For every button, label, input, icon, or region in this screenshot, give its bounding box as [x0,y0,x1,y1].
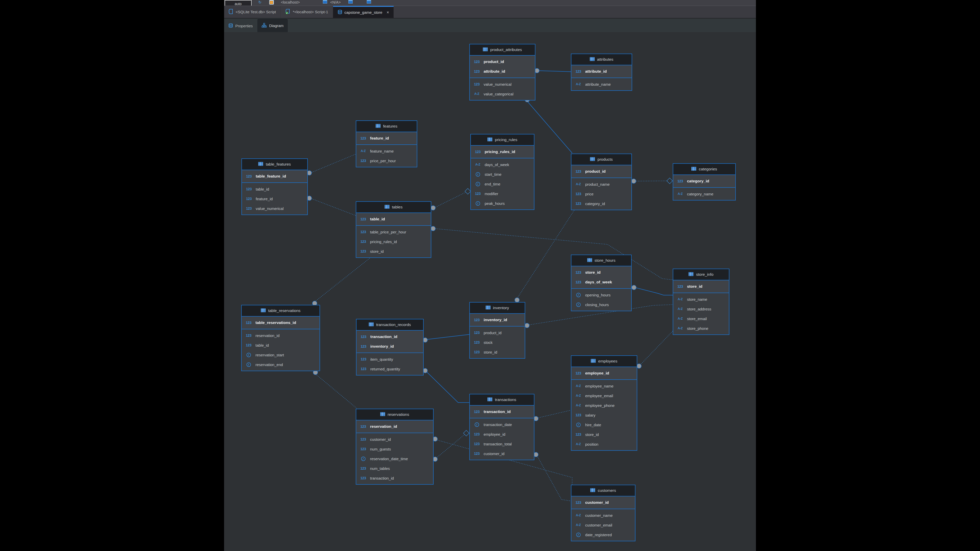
column-row-date_registered[interactable]: date_registered [571,530,635,540]
column-row-category_name[interactable]: A-Zcategory_name [673,189,735,199]
pk-column-row-table_reservations_id[interactable]: 123table_reservations_id [242,318,320,327]
column-row-num_tables[interactable]: 123num_tables [356,464,433,473]
pk-column-row-table_feature_id[interactable]: 123table_feature_id [242,171,307,181]
column-row-store_id[interactable]: 123store_id [470,347,525,357]
column-row-transaction_total[interactable]: 123transaction_total [470,439,534,449]
column-row-store_id[interactable]: 123store_id [356,246,431,256]
tab-diagram[interactable]: Diagram [257,18,288,33]
column-row-days_of_week[interactable]: A-Zdays_of_week [471,160,534,169]
entity-inventory[interactable]: inventory123inventory_id123product_id123… [469,302,525,359]
column-row-product_id[interactable]: 123product_id [470,328,525,338]
column-row-employee_phone[interactable]: A-Zemployee_phone [571,400,637,410]
column-row-feature_name[interactable]: A-Zfeature_name [356,146,417,156]
entity-header[interactable]: categories [673,164,735,175]
editor-tab-capstone-game-store[interactable]: capstone_game_store× [333,6,394,18]
editor-tab--localhost-script-1[interactable]: *<localhost> Script-1 [281,6,333,18]
entity-header[interactable]: product_attributes [470,44,535,56]
column-row-returned_quantity[interactable]: 123returned_quantity [356,364,423,374]
database-label[interactable]: <N/A> [330,0,341,4]
grid-icon[interactable] [348,0,353,3]
entity-header[interactable]: tables [356,202,431,213]
pk-column-row-feature_id[interactable]: 123feature_id [356,133,417,143]
entity-header[interactable]: customers [571,485,635,496]
pk-column-row-store_id[interactable]: 123store_id [673,282,729,291]
entity-header[interactable]: reservations [356,409,433,421]
pk-column-row-store_id[interactable]: 123store_id [571,268,631,277]
column-row-stock[interactable]: 123stock [470,338,525,347]
entity-pricing_rules[interactable]: pricing_rules123pricing_rules_idA-Zdays_… [470,134,535,210]
column-row-peak_hours[interactable]: peak_hours [471,198,534,208]
column-row-employee_email[interactable]: A-Zemployee_email [571,391,637,400]
column-row-attribute_name[interactable]: A-Zattribute_name [571,79,632,89]
editor-tab--sqlite-test-db-script[interactable]: <SQLite Test.db> Script [224,6,281,18]
column-row-customer_email[interactable]: A-Zcustomer_email [571,520,635,530]
entity-features[interactable]: features123feature_idA-Zfeature_name123p… [356,121,417,167]
grid-icon-2[interactable] [367,0,371,3]
column-row-price_per_hour[interactable]: 123price_per_hour [356,156,417,165]
column-row-transaction_date[interactable]: transaction_date [470,420,534,429]
column-row-pricing_rules_id[interactable]: 123pricing_rules_id [356,237,431,246]
database-icon[interactable] [323,0,327,3]
column-row-store_address[interactable]: A-Zstore_address [673,304,729,314]
column-row-reservation_id[interactable]: 123reservation_id [242,330,320,340]
pk-column-row-days_of_week[interactable]: 123days_of_week [571,277,631,287]
entity-attributes[interactable]: attributes123attribute_idA-Zattribute_na… [571,54,632,91]
close-icon[interactable]: × [387,10,389,15]
pk-column-row-employee_id[interactable]: 123employee_id [571,368,637,378]
column-row-reservation_end[interactable]: reservation_end [242,360,320,369]
entity-products[interactable]: products123product_idA-Zproduct_name123p… [571,154,632,210]
column-row-salary[interactable]: 123salary [571,410,637,420]
column-row-reservation_date_time[interactable]: reservation_date_time [356,454,433,464]
column-row-table_id[interactable]: 123table_id [242,184,307,194]
entity-employees[interactable]: employees123employee_idA-Zemployee_nameA… [571,355,637,451]
entity-table_features[interactable]: table_features123table_feature_id123tabl… [242,159,308,215]
pk-column-row-inventory_id[interactable]: 123inventory_id [470,315,525,325]
column-row-reservation_start[interactable]: reservation_start [242,350,320,360]
column-row-customer_id[interactable]: 123customer_id [356,434,433,444]
column-row-store_email[interactable]: A-Zstore_email [673,314,729,324]
auto-commit-select[interactable]: auto [224,0,251,6]
column-row-employee_name[interactable]: A-Zemployee_name [571,381,637,391]
entity-categories[interactable]: categories123category_idA-Zcategory_name [673,163,736,200]
column-row-item_quantity[interactable]: 123item_quantity [356,354,423,364]
pk-column-row-product_id[interactable]: 123product_id [470,57,535,67]
pk-column-row-pricing_rules_id[interactable]: 123pricing_rules_id [471,147,534,157]
column-row-store_phone[interactable]: A-Zstore_phone [673,324,729,333]
column-row-product_name[interactable]: A-Zproduct_name [571,179,632,189]
column-row-closing_hours[interactable]: closing_hours [571,300,631,310]
pk-column-row-transaction_id[interactable]: 123transaction_id [470,407,534,416]
column-row-value_numerical[interactable]: 123value_numerical [470,79,535,89]
pk-column-row-reservation_id[interactable]: 123reservation_id [356,422,433,431]
entity-header[interactable]: table_reservations [242,305,320,317]
column-row-feature_id[interactable]: 123feature_id [242,194,307,203]
entity-table_reservations[interactable]: table_reservations123table_reservations_… [241,305,320,371]
entity-header[interactable]: transactions [470,394,534,406]
entity-header[interactable]: features [356,121,417,132]
entity-header[interactable]: products [571,154,632,165]
column-row-table_price_per_hour[interactable]: 123table_price_per_hour [356,227,431,237]
column-row-modifier[interactable]: 123modifier [471,189,534,198]
column-row-opening_hours[interactable]: opening_hours [571,290,631,300]
entity-product_attributes[interactable]: product_attributes123product_id123attrib… [469,44,535,100]
entity-header[interactable]: store_hours [571,255,631,266]
refresh-icon[interactable]: ↻ [258,0,262,5]
column-row-customer_name[interactable]: A-Zcustomer_name [571,510,635,520]
entity-header[interactable]: inventory [470,303,525,314]
entity-header[interactable]: transaction_records [356,319,423,330]
entity-tables[interactable]: tables123table_id123table_price_per_hour… [356,201,431,258]
entity-header[interactable]: table_features [242,159,307,170]
column-row-category_id[interactable]: 123category_id [571,199,632,208]
entity-header[interactable]: pricing_rules [471,135,534,146]
entity-customers[interactable]: customers123customer_idA-Zcustomer_nameA… [571,485,635,541]
column-row-store_name[interactable]: A-Zstore_name [673,294,729,304]
pk-column-row-attribute_id[interactable]: 123attribute_id [571,67,632,76]
pk-column-row-customer_id[interactable]: 123customer_id [571,498,635,507]
column-row-start_time[interactable]: start_time [471,169,534,179]
pk-column-row-transaction_id[interactable]: 123transaction_id [356,332,423,341]
column-row-transaction_id[interactable]: 123transaction_id [356,473,433,483]
entity-header[interactable]: store_info [673,269,729,280]
pk-column-row-inventory_id[interactable]: 123inventory_id [356,341,423,351]
pk-column-row-table_id[interactable]: 123table_id [356,214,431,224]
pk-column-row-category_id[interactable]: 123category_id [673,176,735,186]
entity-store_hours[interactable]: store_hours123store_id123days_of_weekope… [571,254,632,311]
